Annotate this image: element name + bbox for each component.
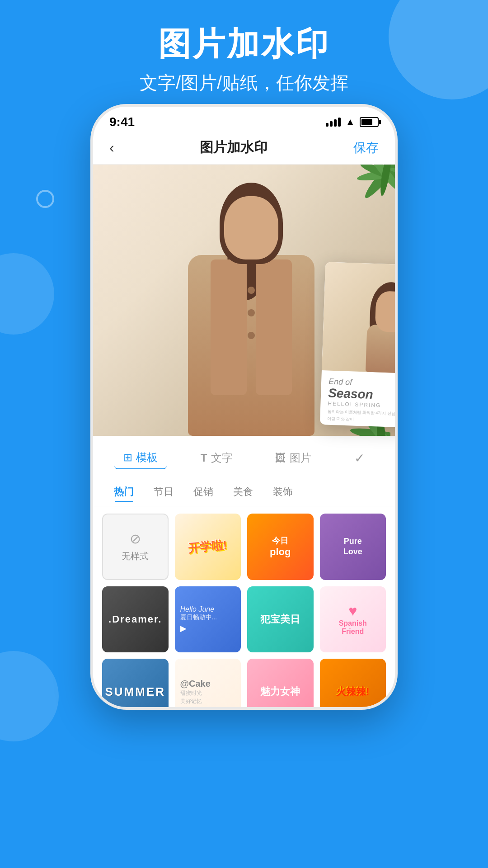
category-bar: 热门 节日 促销 美食 装饰 [93, 474, 395, 506]
app-title: 图片加水印 [200, 138, 267, 157]
phone-frame: 9:41 ▲ ‹ 图片加水印 保存 [90, 104, 398, 710]
signal-icon [326, 118, 341, 127]
check-icon: ✓ [354, 451, 365, 466]
category-hot[interactable]: 热门 [104, 481, 144, 502]
baobeimei-label: 犯宝美日 [260, 613, 300, 626]
summer-label: SUMMER [105, 685, 165, 699]
category-sale[interactable]: 促销 [183, 481, 223, 502]
template-icon: ⊞ [123, 451, 132, 464]
back-button[interactable]: ‹ [109, 139, 114, 156]
spanish-heart-icon: ♥ [339, 603, 367, 619]
meili-label: 魅力女神 [260, 685, 300, 698]
status-icons: ▲ [326, 116, 379, 128]
template-spanish[interactable]: ♥ SpanishFriend [320, 586, 386, 653]
status-time: 9:41 [109, 115, 135, 129]
spanish-label: SpanishFriend [339, 619, 367, 636]
bg-decoration-circle-bottom [0, 651, 59, 741]
text-icon: T [201, 452, 207, 464]
plog-label: plog [270, 546, 291, 558]
wifi-icon: ▲ [345, 116, 355, 128]
category-holiday[interactable]: 节日 [144, 481, 183, 502]
template-dreamer[interactable]: .Dreamer. [102, 586, 169, 653]
category-decor[interactable]: 装饰 [263, 481, 303, 502]
header-area: 图片加水印 文字/图片/贴纸，任你发挥 [0, 23, 488, 95]
palm-top-right-icon [314, 165, 395, 255]
hellojune-en-label: Hello June [180, 605, 215, 613]
save-button[interactable]: 保存 [353, 139, 379, 156]
dreamer-label: .Dreamer. [108, 613, 162, 625]
template-baobeimei[interactable]: 犯宝美日 [247, 586, 314, 653]
tab-template-label: 模板 [136, 450, 158, 465]
purelove-label: PureLove [343, 536, 362, 557]
tab-image[interactable]: 🖼 图片 [266, 447, 320, 469]
tab-check[interactable]: ✓ [345, 447, 374, 469]
main-image-area: End of Season HELLO! SPRING 봄이라는 이름처럼 화려… [93, 165, 395, 436]
tab-text-label: 文字 [211, 451, 233, 465]
tab-image-label: 图片 [290, 451, 311, 465]
bg-decoration-circle-mid [0, 253, 54, 335]
phone-mockup: 9:41 ▲ ‹ 图片加水印 保存 [90, 104, 398, 710]
preview-card-image [322, 262, 398, 375]
template-grid: ⊘ 无样式 开学啦! 今日 plog PureLove [93, 506, 395, 710]
kaixin-label: 开学啦! [188, 537, 228, 556]
huola-label: 火辣辣! [336, 685, 369, 698]
hellojune-play-icon: ▶ [180, 623, 187, 633]
preview-small-text2: 어릴 때와 같이 [327, 416, 398, 425]
category-food[interactable]: 美食 [223, 481, 263, 502]
battery-icon [360, 117, 379, 127]
tab-bar: ⊞ 模板 T 文字 🖼 图片 ✓ [93, 439, 395, 474]
header-subtitle: 文字/图片/贴纸，任你发挥 [0, 71, 488, 95]
hellojune-cn-label: 夏日畅游中... [180, 613, 217, 622]
template-no-style[interactable]: ⊘ 无样式 [102, 514, 169, 580]
header-title: 图片加水印 [0, 23, 488, 66]
image-icon: 🖼 [275, 452, 286, 464]
template-summer[interactable]: SUMMER [102, 659, 169, 710]
bg-decoration-circle-small [36, 190, 54, 208]
phone-notch [199, 107, 289, 123]
bottom-panel: ⊞ 模板 T 文字 🖼 图片 ✓ 热门 节日 促销 [93, 436, 395, 710]
app-header: ‹ 图片加水印 保存 [93, 133, 395, 165]
template-purelove[interactable]: PureLove [320, 514, 386, 580]
preview-card-text-area: End of Season HELLO! SPRING 봄이라는 이름처럼 화려… [320, 370, 398, 429]
template-huola[interactable]: 火辣辣! [320, 659, 386, 710]
cake-label: @Cake [180, 679, 211, 689]
model-figure [179, 174, 324, 436]
template-kaixin[interactable]: 开学啦! [175, 514, 241, 580]
template-plog[interactable]: 今日 plog [247, 514, 314, 580]
tab-template[interactable]: ⊞ 模板 [114, 447, 167, 469]
template-hellojune[interactable]: Hello June 夏日畅游中... ▶ [175, 586, 241, 653]
template-meili[interactable]: 魅力女神 [247, 659, 314, 710]
tab-text[interactable]: T 文字 [192, 447, 242, 469]
no-style-label: 无样式 [122, 550, 149, 562]
cake-sub-label: 甜蜜时光美好记忆 [180, 689, 202, 705]
no-style-icon: ⊘ [130, 531, 141, 547]
plog-top-label: 今日 [270, 535, 291, 546]
preview-card: End of Season HELLO! SPRING 봄이라는 이름처럼 화려… [320, 262, 398, 429]
template-cake[interactable]: @Cake 甜蜜时光美好记忆 [175, 659, 241, 710]
